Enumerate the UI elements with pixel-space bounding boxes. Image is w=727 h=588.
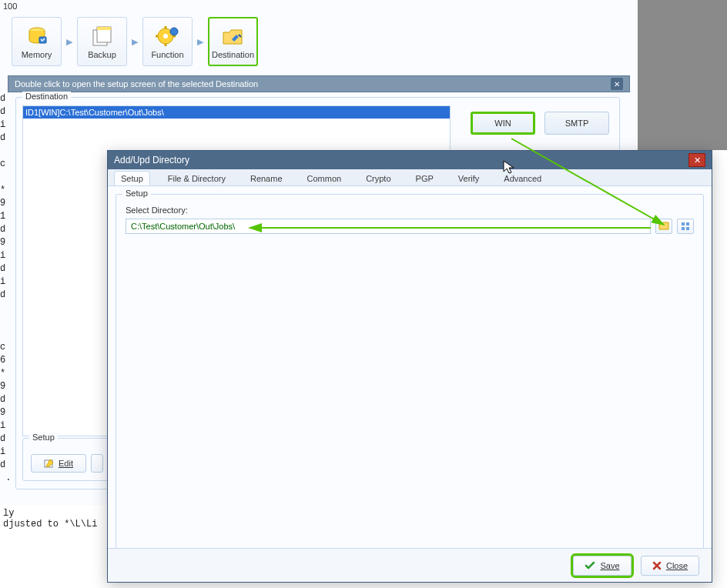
dialog-footer: Save Close xyxy=(108,548,712,582)
setup-panel-legend: Setup xyxy=(122,189,151,198)
chevron-right-icon: ▶ xyxy=(127,37,142,47)
svg-rect-9 xyxy=(682,222,685,226)
directory-path-input[interactable] xyxy=(126,219,651,234)
svg-rect-11 xyxy=(682,227,685,230)
chevron-right-icon: ▶ xyxy=(62,37,77,47)
svg-rect-10 xyxy=(686,222,689,226)
dialog-title-text: Add/Upd Directory xyxy=(114,155,688,165)
toolbar-memory[interactable]: Memory xyxy=(12,17,62,66)
toolbar-backup-label: Backup xyxy=(88,50,116,59)
browse-folder-button[interactable] xyxy=(655,219,672,234)
backup-icon xyxy=(89,25,116,48)
destination-icon xyxy=(220,25,246,48)
tab-verify[interactable]: Verify xyxy=(451,171,487,185)
type-smtp-button[interactable]: SMTP xyxy=(544,112,609,135)
close-button[interactable]: Close xyxy=(641,556,699,576)
dialog-close-button[interactable]: ✕ xyxy=(688,153,705,167)
destination-row[interactable]: ID1[WIN]C:\Test\Customer\Out\Jobs\ xyxy=(23,106,450,119)
grid-view-button[interactable] xyxy=(677,219,694,234)
save-button-label: Save xyxy=(600,561,619,570)
toolbar-memory-label: Memory xyxy=(22,50,52,59)
toolbar-destination[interactable]: Destination xyxy=(208,17,258,66)
info-banner: Double click to open the setup screen of… xyxy=(8,75,630,92)
edit-icon xyxy=(44,458,55,469)
top-left-label: 100 xyxy=(3,2,17,11)
dialog-tabs: Setup File & Directory Rename Common Cry… xyxy=(108,169,712,186)
tab-rename[interactable]: Rename xyxy=(243,171,290,185)
info-banner-close[interactable]: ✕ xyxy=(611,78,623,90)
tab-crypto[interactable]: Crypto xyxy=(359,171,397,185)
type-win-button[interactable]: WIN xyxy=(471,112,535,135)
select-directory-label: Select Directory: xyxy=(126,205,188,215)
memory-icon xyxy=(24,25,50,48)
folder-open-icon xyxy=(658,222,669,231)
chevron-right-icon: ▶ xyxy=(193,37,208,47)
toolbar-function[interactable]: Function xyxy=(142,17,193,66)
toolbar-backup[interactable]: Backup xyxy=(77,17,127,66)
edit-button[interactable]: Edit xyxy=(31,454,86,473)
close-button-label: Close xyxy=(666,561,688,570)
add-upd-directory-dialog: Add/Upd Directory ✕ Setup File & Directo… xyxy=(107,150,712,583)
destination-legend: Destination xyxy=(22,92,71,101)
setup-legend: Setup xyxy=(29,433,58,442)
svg-point-6 xyxy=(163,34,168,38)
svg-rect-12 xyxy=(686,227,689,230)
tab-pgp[interactable]: PGP xyxy=(409,171,441,185)
background-strip xyxy=(638,0,727,150)
tab-file-directory[interactable]: File & Directory xyxy=(161,171,233,185)
toolbar-function-label: Function xyxy=(151,50,183,59)
tab-setup[interactable]: Setup xyxy=(114,171,150,185)
mouse-cursor-icon xyxy=(503,160,515,175)
path-row xyxy=(126,218,694,235)
check-icon xyxy=(585,560,595,571)
setup-panel: Setup Select Directory: xyxy=(116,194,704,554)
save-button[interactable]: Save xyxy=(573,556,632,576)
edit-button-label: Edit xyxy=(59,459,73,468)
svg-rect-4 xyxy=(97,27,111,30)
grid-icon xyxy=(681,222,690,231)
info-banner-text: Double click to open the setup screen of… xyxy=(15,79,611,89)
close-icon xyxy=(652,561,662,570)
dialog-titlebar[interactable]: Add/Upd Directory ✕ xyxy=(108,151,712,169)
background-code-left: d d i d c * 9 1 d 9 i d i d c 6 * 9 d 9 … xyxy=(0,92,14,505)
svg-point-7 xyxy=(170,28,178,35)
toolbar-destination-label: Destination xyxy=(212,50,254,59)
function-icon xyxy=(155,25,181,48)
destination-type-buttons: WIN SMTP xyxy=(471,112,609,135)
partial-button[interactable] xyxy=(91,454,103,473)
workflow-toolbar: Memory ▶ Backup ▶ Function ▶ Destination xyxy=(12,15,258,68)
tab-common[interactable]: Common xyxy=(300,171,349,185)
